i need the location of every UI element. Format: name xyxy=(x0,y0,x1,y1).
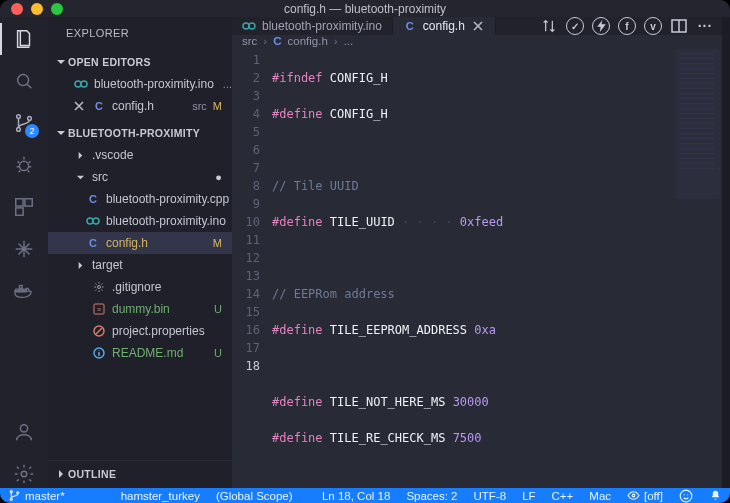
activity-explorer[interactable] xyxy=(10,25,38,53)
tree-file[interactable]: C bluetooth-proximity.cpp xyxy=(48,188,232,210)
activity-extensions[interactable] xyxy=(10,193,38,221)
gutter: 123456789101112131415161718 xyxy=(232,47,272,503)
window-title: config.h — bluetooth-proximity xyxy=(284,2,446,16)
outline-section: OUTLINE xyxy=(48,460,232,488)
chevron-right-icon xyxy=(74,261,86,270)
close-window-button[interactable] xyxy=(11,3,23,15)
activity-debug[interactable] xyxy=(10,151,38,179)
tab-label: bluetooth-proximity.ino xyxy=(262,19,382,33)
chevron-down-icon xyxy=(74,173,86,182)
traffic-lights xyxy=(11,3,63,15)
breadcrumb-seg[interactable]: ... xyxy=(344,35,354,47)
tree-folder[interactable]: target xyxy=(48,254,232,276)
svg-rect-5 xyxy=(16,199,23,206)
svg-rect-6 xyxy=(25,199,32,206)
code-content[interactable]: #ifndef CONFIG_H #define CONFIG_H // Til… xyxy=(272,47,722,503)
arduino-icon xyxy=(74,79,88,89)
code-editor[interactable]: 123456789101112131415161718 #ifndef CONF… xyxy=(232,47,722,503)
binary-icon: ≡ xyxy=(92,303,106,315)
action-flash-icon[interactable] xyxy=(592,17,610,35)
sparkle-icon xyxy=(13,238,35,260)
maximize-window-button[interactable] xyxy=(51,3,63,15)
svg-point-3 xyxy=(28,117,32,121)
svg-point-26 xyxy=(10,491,12,493)
chevron-right-icon: › xyxy=(334,35,338,47)
tree-folder[interactable]: src ● xyxy=(48,166,232,188)
activity-search[interactable] xyxy=(10,67,38,95)
git-status: M xyxy=(213,237,222,249)
breadcrumb-seg[interactable]: src xyxy=(242,35,257,47)
action-f-icon[interactable]: f xyxy=(618,17,636,35)
tree-file[interactable]: C config.h M xyxy=(48,232,232,254)
tree-folder[interactable]: .vscode xyxy=(48,144,232,166)
tree-label: bluetooth-proximity.ino xyxy=(106,214,232,228)
git-status: M xyxy=(213,100,222,112)
folder-header[interactable]: BLUETOOTH-PROXIMITY xyxy=(48,122,232,144)
tab-ino[interactable]: bluetooth-proximity.ino xyxy=(232,17,393,35)
svg-point-17 xyxy=(93,218,99,224)
tree-file[interactable]: .gitignore xyxy=(48,276,232,298)
open-editors-section: OPEN EDITORS bluetooth-proximity.ino ...… xyxy=(48,49,232,120)
account-icon xyxy=(13,421,35,443)
status-user[interactable]: hamster_turkey xyxy=(113,490,208,502)
activity-account[interactable] xyxy=(10,418,38,446)
action-check-icon[interactable]: ✓ xyxy=(566,17,584,35)
bug-icon xyxy=(13,154,35,176)
tree-label: target xyxy=(92,258,232,272)
folder-section: BLUETOOTH-PROXIMITY .vscode src ● C bl xyxy=(48,120,232,367)
files-icon xyxy=(13,28,35,50)
close-icon[interactable] xyxy=(72,101,86,111)
activity-settings[interactable] xyxy=(10,460,38,488)
tree-label: config.h xyxy=(106,236,207,250)
tab-close-button[interactable] xyxy=(471,19,485,33)
activity-bar: 2 xyxy=(0,17,48,488)
status-branch[interactable]: master* xyxy=(0,489,73,502)
open-editor-label: config.h xyxy=(112,99,186,113)
activity-extra1[interactable] xyxy=(10,235,38,263)
svg-point-27 xyxy=(10,498,12,500)
open-editor-label: bluetooth-proximity.ino xyxy=(94,77,217,91)
sidebar-title: EXPLORER xyxy=(48,17,232,49)
folder-label: BLUETOOTH-PROXIMITY xyxy=(68,127,200,139)
activity-scm[interactable]: 2 xyxy=(10,109,38,137)
activity-docker[interactable] xyxy=(10,277,38,305)
open-editor-item[interactable]: C config.h src M xyxy=(48,95,232,117)
tree-label: bluetooth-proximity.cpp xyxy=(106,192,232,206)
tree-file[interactable]: project.properties xyxy=(48,320,232,342)
git-status: U xyxy=(214,303,222,315)
outline-header[interactable]: OUTLINE xyxy=(48,463,232,485)
tree-file[interactable]: README.md U xyxy=(48,342,232,364)
compare-icon[interactable] xyxy=(540,17,558,35)
open-editor-suffix: ... xyxy=(223,78,232,90)
tree-label: project.properties xyxy=(112,324,232,338)
tree-label: README.md xyxy=(112,346,208,360)
breadcrumb[interactable]: src › C config.h › ... xyxy=(232,35,722,47)
open-editor-item[interactable]: bluetooth-proximity.ino ... xyxy=(48,73,232,95)
chevron-down-icon xyxy=(54,57,68,67)
svg-rect-11 xyxy=(19,286,22,289)
tab-config[interactable]: C config.h xyxy=(393,17,496,35)
more-icon[interactable]: ··· xyxy=(696,17,714,35)
scm-badge: 2 xyxy=(25,124,39,138)
action-v-icon[interactable]: v xyxy=(644,17,662,35)
minimize-window-button[interactable] xyxy=(31,3,43,15)
svg-rect-7 xyxy=(16,208,23,215)
chevron-down-icon xyxy=(54,128,68,138)
tree-file[interactable]: ≡ dummy.bin U xyxy=(48,298,232,320)
svg-point-14 xyxy=(75,81,81,87)
svg-point-18 xyxy=(98,286,101,289)
chevron-right-icon: › xyxy=(263,35,267,47)
branch-icon xyxy=(8,489,21,502)
open-editors-header[interactable]: OPEN EDITORS xyxy=(48,51,232,73)
no-icon xyxy=(92,325,106,337)
outline-label: OUTLINE xyxy=(68,468,116,480)
svg-point-4 xyxy=(19,161,28,170)
scrollbar[interactable] xyxy=(722,17,730,488)
tree-file[interactable]: bluetooth-proximity.ino xyxy=(48,210,232,232)
open-editors-label: OPEN EDITORS xyxy=(68,56,151,68)
app-window: config.h — bluetooth-proximity 2 xyxy=(0,0,730,503)
git-status: U xyxy=(214,347,222,359)
split-editor-icon[interactable] xyxy=(670,17,688,35)
tree-label: dummy.bin xyxy=(112,302,208,316)
breadcrumb-seg[interactable]: config.h xyxy=(288,35,328,47)
